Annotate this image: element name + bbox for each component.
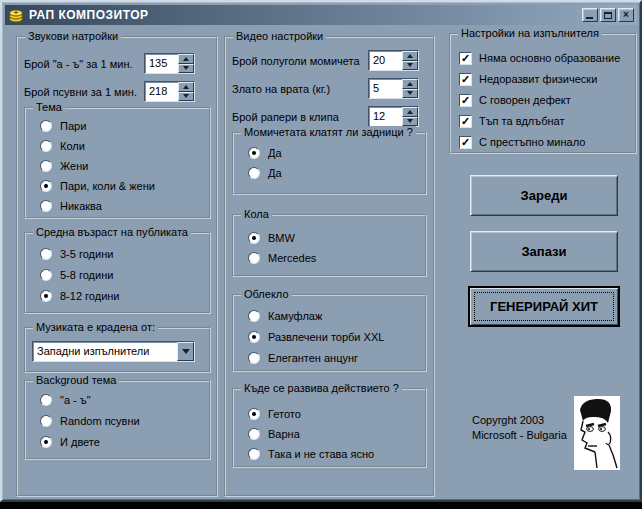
group-action-location: Къде се развива действието ? Гетото Варн… (232, 388, 427, 468)
radio-group-tema: Пари Коли Жени Пари, коли & жени Никаква (26, 109, 209, 217)
checkbox-checked-icon (459, 136, 472, 149)
checkbox-dumb[interactable]: Тъп та вдлъбнат (459, 114, 635, 128)
arrow-down-icon (407, 63, 413, 70)
radio-tema-2[interactable]: Жени (40, 159, 209, 173)
spin-down-button[interactable] (402, 89, 418, 99)
combobox-value[interactable]: Западни изпълнители (33, 342, 177, 361)
radio-group-clothing: Камуфлаж Развлечени торби XXL Елегантен … (234, 296, 425, 370)
radio-clothing-1[interactable]: Развлечени торби XXL (248, 330, 425, 344)
radio-car-1[interactable]: Mercedes (248, 251, 425, 265)
radio-icon (40, 120, 52, 132)
radio-icon-selected (248, 147, 260, 159)
radio-label: Така и не става ясно (268, 448, 374, 460)
radio-car-0[interactable]: BMW (248, 231, 425, 245)
radio-clothing-2[interactable]: Елегантен анцунг (248, 351, 425, 365)
radio-age-1[interactable]: 5-8 години (40, 268, 209, 282)
checkbox-no-education[interactable]: Няма основно образование (459, 51, 635, 65)
radio-tema-0[interactable]: Пари (40, 119, 209, 133)
arrow-up-icon (407, 107, 413, 114)
label-rappers-in-clip: Брой рапери в клипа (232, 111, 339, 123)
radio-icon-selected (248, 331, 260, 343)
radio-label: 5-8 години (60, 269, 113, 281)
combobox-dropdown-button[interactable] (177, 342, 194, 361)
radio-location-1[interactable]: Варна (248, 427, 425, 441)
spin-down-button[interactable] (178, 64, 194, 74)
spin-up-button[interactable] (178, 54, 194, 64)
checkbox-checked-icon (459, 73, 472, 86)
group-audience-age: Средна възраст на публиката 3-5 години 5… (24, 232, 211, 314)
radio-label: Да (268, 147, 282, 159)
group-title: Музиката е крадена от: (33, 321, 158, 333)
spinner-swears-per-min: 218 (144, 81, 195, 102)
stolen-from-combobox[interactable]: Западни изпълнители (32, 341, 195, 362)
spinner-value[interactable]: 20 (369, 51, 402, 70)
spinner-value[interactable]: 5 (369, 79, 402, 98)
radio-tema-1[interactable]: Коли (40, 139, 209, 153)
radio-tema-3[interactable]: Пари, коли & жени (40, 179, 209, 193)
spin-up-button[interactable] (402, 79, 418, 89)
radio-icon (248, 252, 260, 264)
spinner-value[interactable]: 12 (369, 107, 402, 126)
copyright-line2: Microsoft - Bulgaria (472, 428, 567, 443)
caricature-face-image (574, 396, 620, 470)
radio-label: Никаква (60, 200, 102, 212)
checkbox-speech-defect[interactable]: С говорен дефект (459, 93, 635, 107)
radio-background-0[interactable]: "а - ъ" (40, 393, 209, 407)
generate-hit-button[interactable]: ГЕНЕРИРАЙ ХИТ (468, 286, 620, 327)
radio-icon (40, 140, 52, 152)
label-swears-per-min: Брой псувни за 1 мин. (24, 86, 137, 98)
radio-location-2[interactable]: Така и не става ясно (248, 447, 425, 461)
group-performer-settings: Настройки на изпълнителя Няма основно об… (449, 33, 637, 154)
radio-label: Пари, коли & жени (60, 180, 155, 192)
radio-icon (40, 415, 52, 427)
radio-icon-selected (40, 436, 52, 448)
radio-background-1[interactable]: Random псувни (40, 414, 209, 428)
radio-clothing-0[interactable]: Камуфлаж (248, 309, 425, 323)
checkbox-label: Недоразвит физически (479, 73, 597, 85)
radio-icon (40, 248, 52, 260)
load-button[interactable]: Зареди (470, 175, 618, 216)
spin-down-button[interactable] (178, 92, 194, 102)
arrow-down-icon (183, 94, 189, 101)
spinner-buttons (402, 51, 418, 70)
spin-up-button[interactable] (402, 107, 418, 117)
checkbox-label: Няма основно образование (479, 52, 620, 64)
radio-tema-4[interactable]: Никаква (40, 199, 209, 213)
radio-background-2[interactable]: И двете (40, 435, 209, 449)
checkbox-criminal-record[interactable]: С престъпно минало (459, 135, 635, 149)
radio-shaking-1[interactable]: Да (248, 166, 425, 180)
save-button[interactable]: Запази (470, 231, 618, 272)
spin-down-button[interactable] (402, 117, 418, 127)
spinner-value[interactable]: 135 (145, 54, 178, 73)
label-a-u-per-min: Брой "а - ъ" за 1 мин. (24, 58, 133, 70)
radio-shaking-0[interactable]: Да (248, 146, 425, 160)
radio-group-background: "а - ъ" Random псувни И двете (26, 382, 209, 458)
radio-icon (248, 167, 260, 179)
arrow-up-icon (407, 79, 413, 86)
checkbox-checked-icon (459, 115, 472, 128)
radio-label: Пари (60, 120, 86, 132)
label-gold-on-neck: Злато на врата (кг.) (232, 83, 330, 95)
radio-icon (40, 394, 52, 406)
spinner-buttons (402, 79, 418, 98)
spin-up-button[interactable] (178, 82, 194, 92)
group-background-theme: Backgroud тема "а - ъ" Random псувни И д… (24, 380, 211, 460)
radio-icon (248, 448, 260, 460)
radio-location-0[interactable]: Гетото (248, 407, 425, 421)
spinner-value[interactable]: 218 (145, 82, 178, 101)
group-title: Звукови натройки (25, 30, 121, 42)
arrow-down-icon (407, 91, 413, 98)
checkbox-underdeveloped[interactable]: Недоразвит физически (459, 72, 635, 86)
arrow-up-icon (183, 54, 189, 61)
radio-icon (248, 310, 260, 322)
radio-age-0[interactable]: 3-5 години (40, 247, 209, 261)
spin-down-button[interactable] (402, 61, 418, 71)
spinner-a-u-per-min: 135 (144, 53, 195, 74)
spin-up-button[interactable] (402, 51, 418, 61)
arrow-up-icon (183, 82, 189, 89)
radio-group-shaking: Да Да (234, 134, 425, 193)
checkbox-label: Тъп та вдлъбнат (479, 115, 564, 127)
radio-group-age: 3-5 години 5-8 години 8-12 години (26, 234, 209, 312)
radio-age-2[interactable]: 8-12 години (40, 289, 209, 303)
radio-label: Random псувни (60, 415, 140, 427)
